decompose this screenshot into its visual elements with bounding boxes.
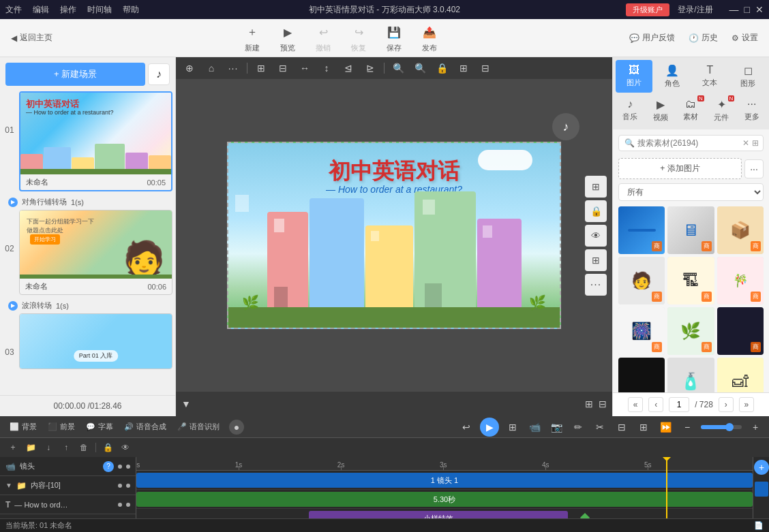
search-clear-icon[interactable]: ✕ xyxy=(742,138,749,148)
image-cell-2[interactable]: 📦 商 xyxy=(717,206,764,254)
canvas-align-left-icon[interactable]: ⊞ xyxy=(253,60,269,76)
content-block[interactable]: 5.30秒 xyxy=(136,492,753,507)
canvas-lock-icon[interactable]: 🔒 xyxy=(434,60,450,76)
canvas-zoom-icon[interactable]: 🔍 xyxy=(390,60,406,76)
image-cell-4[interactable]: 🏗 商 xyxy=(667,257,714,304)
maximize-button[interactable]: □ xyxy=(744,4,750,15)
page-last-button[interactable]: » xyxy=(739,397,754,412)
canvas-ctrl-more[interactable]: ··· xyxy=(585,274,607,296)
text-block[interactable]: 小样特效 xyxy=(309,511,568,518)
te-visible-button[interactable]: 👁 xyxy=(118,440,133,455)
image-cell-1[interactable]: 🖥 商 xyxy=(667,206,714,254)
te-move-down-button[interactable]: ↓ xyxy=(41,440,56,455)
tl-background-button[interactable]: ⬜ 背景 xyxy=(5,420,41,433)
canvas-ctrl-layer[interactable]: ⊞ xyxy=(585,249,607,271)
tl-stt-button[interactable]: 🎤 语音识别 xyxy=(173,420,224,433)
canvas-ctrl-resize[interactable]: ⊞ xyxy=(585,176,607,198)
canvas-align-right-icon[interactable]: ↔ xyxy=(297,60,313,76)
menu-timeline[interactable]: 时间轴 xyxy=(87,4,112,16)
tab-materials[interactable]: N 🗂 素材 xyxy=(676,94,706,127)
page-input[interactable] xyxy=(669,397,689,412)
feedback-button[interactable]: 💬 用户反馈 xyxy=(629,32,675,44)
canvas-paste-icon[interactable]: ⊟ xyxy=(477,60,494,76)
minimize-button[interactable]: — xyxy=(729,4,739,15)
tab-elements[interactable]: N ✦ 元件 xyxy=(707,94,736,127)
scene-item-3[interactable]: 03 Part 01 入库 xyxy=(3,313,172,369)
tl-volume-slider[interactable] xyxy=(701,425,742,429)
tl-emoji-button[interactable]: ● xyxy=(229,420,244,435)
close-button[interactable]: ✕ xyxy=(755,4,764,15)
tl-split-button[interactable]: ✂ xyxy=(592,419,608,435)
tab-images[interactable]: 🖼 图片 xyxy=(616,60,652,93)
tl-plus-button[interactable]: + xyxy=(747,419,764,435)
undo-button[interactable]: ↩ 撤销 xyxy=(314,22,333,53)
canvas-distribute-v-icon[interactable]: ⊵ xyxy=(362,60,378,76)
tab-text[interactable]: T 文本 xyxy=(692,60,729,93)
preview-button[interactable]: ▶ 预览 xyxy=(278,22,297,53)
canvas-more-icon[interactable]: ··· xyxy=(225,60,241,76)
te-delete-button[interactable]: 🗑 xyxy=(76,440,91,455)
canvas-ctrl-lock[interactable]: 🔒 xyxy=(585,200,607,222)
tab-shapes[interactable]: ◻ 图形 xyxy=(729,60,766,93)
tl-edit-button[interactable]: ✏ xyxy=(570,419,586,435)
menu-operate[interactable]: 操作 xyxy=(60,4,76,16)
tab-characters[interactable]: 👤 角色 xyxy=(654,60,691,93)
play-button[interactable]: ▶ xyxy=(480,418,499,437)
settings-button[interactable]: ⚙ 设置 xyxy=(732,32,758,44)
tl-subtitle-button[interactable]: 💬 字幕 xyxy=(82,420,117,433)
filter-select[interactable]: 所有 xyxy=(618,183,764,201)
back-home-button[interactable]: ◀ 返回主页 xyxy=(11,32,52,44)
publish-button[interactable]: 📤 发布 xyxy=(420,22,439,53)
canvas-align-center-icon[interactable]: ⊟ xyxy=(275,60,291,76)
camera-block[interactable]: 1 镜头 1 xyxy=(136,473,753,488)
add-image-more-button[interactable]: ··· xyxy=(744,159,764,178)
image-cell-8[interactable]: 商 xyxy=(717,307,764,355)
canvas-expand-icon[interactable]: ⊟ xyxy=(599,398,607,409)
image-cell-0[interactable]: 商 xyxy=(618,206,665,254)
tl-tts-button[interactable]: 🔊 语音合成 xyxy=(120,420,170,433)
page-prev-button[interactable]: ‹ xyxy=(648,397,663,412)
tl-filter-button[interactable]: ⊟ xyxy=(614,419,630,435)
canvas-copy-icon[interactable]: ⊞ xyxy=(455,60,472,76)
tab-music[interactable]: ♪ 音乐 xyxy=(616,94,645,127)
canvas-fit-icon[interactable]: ⊞ xyxy=(585,398,593,409)
menu-help[interactable]: 帮助 xyxy=(123,4,139,16)
save-button[interactable]: 💾 保存 xyxy=(384,22,404,53)
menu-file[interactable]: 文件 xyxy=(5,4,22,16)
page-first-button[interactable]: « xyxy=(628,397,643,412)
image-cell-7[interactable]: 🌿 商 xyxy=(667,307,714,355)
image-cell-9[interactable]: 商 xyxy=(618,358,665,392)
te-add-layer-button[interactable]: + xyxy=(5,440,20,455)
canvas-distribute-h-icon[interactable]: ⊴ xyxy=(340,60,357,76)
te-move-up-button[interactable]: ↑ xyxy=(59,440,74,455)
tl-record-button[interactable]: 📹 xyxy=(526,419,543,435)
page-next-button[interactable]: › xyxy=(719,397,734,412)
image-cell-10[interactable]: 🧴 商 xyxy=(667,358,714,392)
canvas-home-icon[interactable]: ⌂ xyxy=(203,60,220,76)
music-add-button[interactable]: ♪ xyxy=(148,63,170,85)
canvas-zoom-in-icon[interactable]: ⊕ xyxy=(181,60,198,76)
te-lock-button[interactable]: 🔒 xyxy=(100,440,115,455)
scene-item-1[interactable]: 01 初中英语对话 — How to order at a restaurant… xyxy=(3,91,172,191)
tl-adjust-button[interactable]: ⊞ xyxy=(635,419,652,435)
search-input[interactable] xyxy=(637,138,740,148)
canvas-content[interactable]: 初中英语对话 — How to order at a restaurant? xyxy=(227,142,561,329)
tl-fullscreen-button[interactable]: ⊞ xyxy=(504,419,521,435)
tl-speed-button[interactable]: ⏩ xyxy=(657,419,674,435)
image-cell-6[interactable]: 🎆 商 xyxy=(618,307,665,355)
canvas-zoom-out-icon[interactable]: 🔍 xyxy=(412,60,428,76)
scene-item-2[interactable]: 02 下面一起分组能学习一下做题点击此处 开始学习 🧑 未命名 00:06 xyxy=(3,210,172,295)
upgrade-button[interactable]: 升级账户 xyxy=(626,3,669,16)
image-cell-11[interactable]: 🛋 商 xyxy=(717,358,764,392)
redo-button[interactable]: ↪ 恢复 xyxy=(349,22,368,53)
canvas-align-top-icon[interactable]: ↕ xyxy=(318,60,335,76)
image-cell-5[interactable]: 🎋 商 xyxy=(717,257,764,304)
login-button[interactable]: 登录/注册 xyxy=(678,4,712,16)
timeline-add-button[interactable]: + xyxy=(754,460,769,475)
image-cell-3[interactable]: 🧑 商 xyxy=(618,257,665,304)
transition-2[interactable]: ▶ 波浪转场 1(s) xyxy=(3,298,172,313)
tl-minus-button[interactable]: − xyxy=(679,419,695,435)
tl-reset-button[interactable]: ↩ xyxy=(458,419,474,435)
new-scene-button[interactable]: + 新建场景 xyxy=(5,63,145,86)
new-button[interactable]: ＋ 新建 xyxy=(243,22,262,53)
